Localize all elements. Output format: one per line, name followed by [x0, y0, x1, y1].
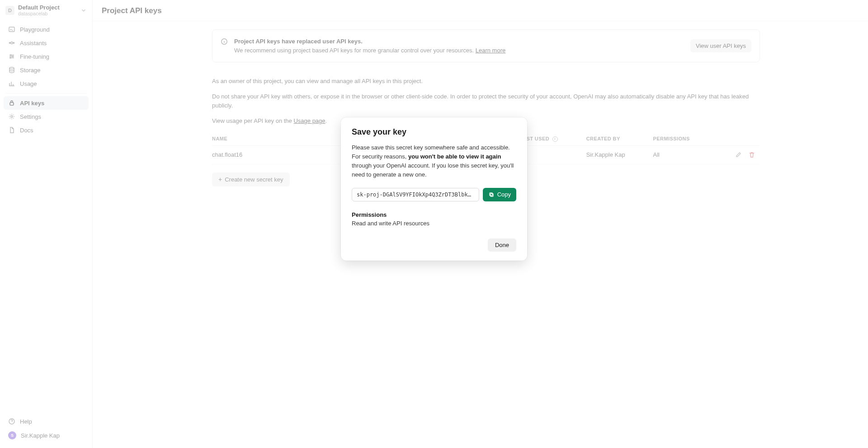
modal-text: Please save this secret key somewhere sa… — [352, 143, 516, 180]
svg-rect-12 — [490, 193, 493, 196]
copy-icon — [488, 191, 495, 198]
svg-rect-13 — [490, 193, 492, 196]
done-button[interactable]: Done — [488, 238, 516, 252]
permissions-value: Read and write API resources — [352, 220, 516, 227]
modal-overlay[interactable]: Save your key Please save this secret ke… — [0, 0, 868, 448]
save-key-modal: Save your key Please save this secret ke… — [341, 117, 527, 261]
permissions-label: Permissions — [352, 211, 516, 218]
secret-key-field[interactable] — [352, 188, 479, 201]
copy-button[interactable]: Copy — [483, 188, 516, 201]
modal-title: Save your key — [352, 127, 516, 137]
